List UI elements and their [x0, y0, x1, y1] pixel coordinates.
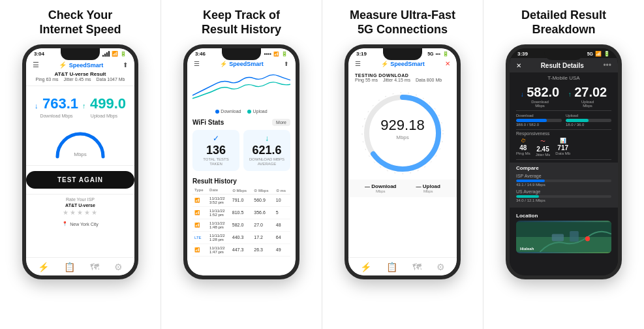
nav-home[interactable]: ⚡: [38, 262, 49, 272]
phone2-legend: Download Upload: [187, 109, 296, 114]
row-up: 17.2: [252, 231, 273, 243]
nav-history3[interactable]: 📋: [386, 262, 397, 272]
p4-download-label: DownloadMbps: [521, 100, 560, 108]
location-section: Location Hialeah: [510, 210, 618, 255]
5g-icon4: 5G: [587, 52, 593, 56]
panel-result: Detailed ResultBreakdown 3:39 5G 📶 🔋 ✕ R…: [483, 0, 644, 329]
download-value: ↓ 763.1: [35, 95, 78, 112]
close-btn[interactable]: ✕: [516, 62, 521, 69]
wifi-stats-header: WiFi Stats More: [192, 119, 290, 126]
isp-result-label: AT&T U-verse Result: [33, 71, 128, 77]
svg-point-5: [362, 93, 443, 174]
row-up: 26.3: [252, 243, 273, 256]
row-date: 11/11/221:52 pm: [207, 206, 230, 219]
table-row[interactable]: 📶 11/11/223:52 pm 791.0 560.9 10: [192, 194, 290, 206]
col-down: ⊙ Mbps: [230, 187, 252, 195]
map-placeholder: Hialeah: [516, 221, 611, 253]
more-icon[interactable]: •••: [603, 61, 611, 70]
upload-legend: Upload: [247, 109, 267, 114]
row-down: 582.0: [230, 219, 252, 231]
jitter-icon: 〜: [536, 138, 551, 145]
nav-settings[interactable]: ⚙: [114, 262, 123, 272]
phone2-screen: 3:46 ▪▪▪▪ 📶 🔋 ☰ ⚡ SpeedSmart ⬆: [187, 48, 296, 275]
isp-avg-fill: [516, 180, 545, 182]
location-label: 📍 New York City: [26, 221, 134, 227]
us-average-item: US Average 34.0 / 12.1 Mbps: [516, 189, 611, 202]
table-row[interactable]: 📶 11/11/221:48 pm 582.0 27.0 48: [192, 219, 290, 231]
phone3-gauge-svg: 929.18 Mbps: [360, 91, 445, 176]
table-row[interactable]: 📶 11/11/221:47 pm 447.3 26.3 49: [192, 243, 290, 256]
nav-history[interactable]: 📋: [64, 262, 75, 272]
gauge-svg: Mbps: [51, 127, 110, 160]
data-icon: 📊: [555, 138, 570, 144]
more-button[interactable]: More: [272, 119, 290, 126]
row-down: 791.0: [230, 194, 252, 206]
nav-map3[interactable]: 🗺: [412, 262, 422, 272]
wifi-icon: 📶: [112, 51, 118, 57]
svg-rect-10: [570, 231, 579, 242]
isp-name4: T-Mobile USA: [510, 72, 618, 82]
row-type: 📶: [192, 206, 207, 219]
wifi-stats-section: WiFi Stats More ✓ 136 TOTAL TESTSTAKEN ↓…: [187, 116, 296, 173]
panel3-title: Measure Ultra-Fast5G Connections: [350, 8, 455, 38]
phone1-divider2: [26, 194, 134, 195]
location-icon: 📍: [62, 221, 68, 227]
panel-history: Keep Track ofResult History 3:46 ▪▪▪▪ 📶 …: [161, 0, 322, 329]
upload-bar-info: 18.0 / 36.0: [566, 123, 611, 127]
phone2-mockup: 3:46 ▪▪▪▪ 📶 🔋 ☰ ⚡ SpeedSmart ⬆: [183, 44, 299, 279]
us-avg-track: [516, 195, 611, 198]
phone3-stats: Ping 55 ms Jitter 4.15 ms Data 800 Mb: [355, 78, 450, 82]
nav-settings3[interactable]: ⚙: [437, 262, 445, 272]
panel4-title: Detailed ResultBreakdown: [521, 8, 606, 38]
row-type: 📶: [192, 243, 207, 256]
test-again-button[interactable]: TEST AGAIN: [26, 171, 134, 189]
phone2-icons: ▪▪▪▪ 📶 🔋: [264, 51, 288, 57]
data-label: Data Mb: [555, 151, 570, 155]
svg-point-8: [585, 236, 590, 241]
row-ms: 48: [274, 219, 290, 231]
close-icon[interactable]: ✕: [445, 60, 450, 67]
hamburger-icon3[interactable]: ☰: [355, 60, 361, 67]
upload-bar-group: Upload 18.0 / 36.0: [566, 114, 611, 127]
table-row[interactable]: 📶 11/11/221:52 pm 810.5 356.6 5: [192, 206, 290, 219]
rating-stars[interactable]: ★★★★★: [26, 209, 134, 216]
logo-text2: SpeedSmart: [229, 61, 264, 67]
download-metric: — Download Mbps: [365, 183, 396, 193]
row-date: 11/11/223:52 pm: [207, 194, 230, 206]
svg-text:Mbps: Mbps: [74, 151, 87, 157]
logo-icon: ⚡: [59, 61, 67, 69]
row-type: LTE: [192, 231, 207, 243]
nav-home3[interactable]: ⚡: [360, 262, 371, 272]
row-date: 11/11/221:48 pm: [207, 219, 230, 231]
avg-download-label: DOWNLOAD MBPSAVERAGE: [247, 157, 286, 166]
share-icon2[interactable]: ⬆: [284, 61, 289, 67]
upload-metric-label: — Upload: [416, 183, 440, 189]
download-legend: Download: [215, 109, 241, 114]
upload-block: ↑ 499.0 Upload Mbps: [82, 95, 126, 118]
battery-icon4: 🔋: [604, 51, 610, 57]
phone2-notch: [222, 48, 261, 60]
result-title: Result Details: [541, 62, 584, 69]
testing-label: TESTING DOWNLOAD: [355, 73, 450, 78]
battery-icon: 🔋: [120, 51, 127, 57]
ping-label: Ping Ms: [516, 151, 530, 155]
hamburger-icon[interactable]: ☰: [33, 61, 39, 69]
phone3-gauge-area: 929.18 Mbps: [348, 84, 457, 180]
ping-val: 48: [516, 144, 530, 151]
avg-download-val: 621.6: [247, 144, 286, 156]
table-row[interactable]: LTE 11/11/221:28 pm 440.3 17.2 64: [192, 231, 290, 243]
upload-bar-track: [566, 119, 611, 122]
col-type: Type: [192, 187, 207, 195]
download-bar-info: 388.0 / 582.0: [516, 123, 562, 127]
download-block: ↓ 763.1 Download Mbps: [35, 95, 78, 118]
upload-value: ↑ 499.0: [82, 95, 126, 112]
share-icon[interactable]: ⬆: [123, 61, 128, 69]
hamburger-icon2[interactable]: ☰: [194, 60, 200, 67]
p3-jitter: Jitter 4.15 ms: [383, 78, 410, 82]
col-up: ⊙ Mbps: [252, 187, 273, 195]
nav-map[interactable]: 🗺: [90, 262, 99, 272]
ping-icon: ⏱: [516, 138, 530, 144]
phone4-notch: [544, 48, 583, 60]
phone1-notch: [61, 48, 100, 60]
signal-icon2: ▪▪▪▪: [264, 51, 271, 57]
